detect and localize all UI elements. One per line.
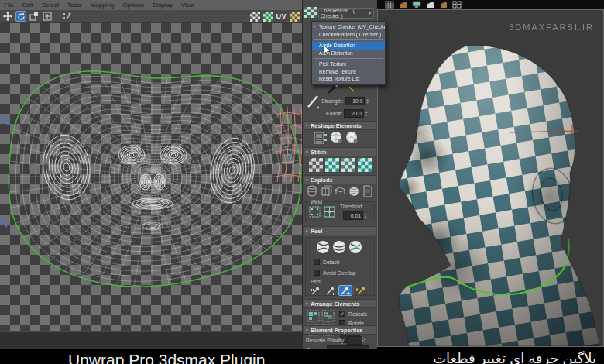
stitch-target-icon[interactable] [325,158,339,175]
peel-sphere-icon[interactable] [316,240,330,257]
stitch-all-icon[interactable] [358,158,372,175]
pin-clear-icon[interactable] [324,285,338,296]
threshold-label: Threshold: [340,204,363,209]
pack-icon[interactable] [307,310,320,325]
uv-canvas[interactable] [0,23,302,331]
checker-bw-icon[interactable] [249,11,260,22]
weld-all-icon[interactable] [324,206,335,221]
stitch-average-icon[interactable] [341,158,355,175]
reshape-list-icon[interactable] [314,132,328,147]
uv-editor-statusbar [0,331,302,349]
menu-display[interactable]: Display [153,2,173,9]
menu-item-texture-checker[interactable]: • Texture Checker (UV_Checker.png [312,23,385,31]
relax-sphere-icon[interactable] [330,131,343,147]
monitor-icon[interactable] [412,0,421,12]
push-hand-icon[interactable] [439,0,448,12]
rotate-icon[interactable] [15,11,26,22]
uv-label: UV [276,12,287,20]
explode-checker-ball-icon[interactable] [348,185,360,201]
weld-selected-icon[interactable] [309,206,321,221]
pin-add-icon[interactable] [338,285,352,296]
watermark-text: 3dmaxFarsi.ir [509,22,594,32]
checker-gold-icon[interactable] [289,11,300,22]
menu-separator [314,39,383,40]
menu-options[interactable]: Options [122,2,144,9]
falloff-spinner[interactable]: ▴▾ [365,111,367,117]
explode-cylinder-icon[interactable] [307,185,318,201]
strength-input[interactable]: 10.0 [345,97,365,105]
rollout-reshape-elements[interactable]: Reshape Elements [304,121,376,130]
grab-hand-icon[interactable] [399,0,407,12]
menu-file[interactable]: File [4,2,14,9]
uv-mesh-wireframe[interactable] [0,23,302,331]
snap-grid-icon[interactable] [385,0,394,12]
threshold-spinner[interactable]: ▴▾ [365,213,366,219]
checker-thumbnail-icon[interactable] [304,7,317,21]
uv-texture-toggle-group: UV [249,11,300,22]
pin-remove-icon[interactable] [309,285,323,296]
pin-show-icon[interactable] [355,285,369,296]
strength-field-row: Strength: 10.0 ▴▾ [321,97,369,105]
rollout-arrange-elements[interactable]: Arrange Elements [304,299,376,308]
maximize-viewport-icon[interactable] [452,0,462,12]
rescale-priority-input[interactable] [347,336,362,345]
rollout-stitch[interactable]: Stitch [304,147,376,156]
pencil-tool-icon[interactable] [306,93,321,113]
menu-item-remove-texture[interactable]: Remove Texture [312,68,385,76]
falloff-input[interactable]: 20.0 [344,109,364,118]
rescale-checkbox[interactable]: ✓ [339,311,345,317]
threshold-input[interactable]: 0.01 [343,211,363,220]
detach-label: Detach [323,259,340,265]
stitch-source-icon[interactable] [309,158,323,175]
rescale-priority-row: Rescale Priority: ▴▾ [306,336,365,345]
freeform-rect-icon[interactable] [42,11,53,22]
rescale-priority-spinner[interactable]: ▴▾ [364,338,365,344]
weld-groupbox: Weld Threshold: 0.01 ▴▾ [305,201,375,221]
pack-loose-icon[interactable] [321,310,335,325]
pins-label: Pins: [311,279,322,284]
strength-spinner[interactable]: ▴▾ [366,98,368,105]
rescale-checkbox-row[interactable]: ✓ Rescale [339,311,368,317]
peel-reset-sphere-icon[interactable] [332,240,346,257]
texture-selector-dropdown[interactable]: CheckerPatt.. ( Checker ) ▼ [318,8,374,19]
mouse-cursor-icon [323,44,331,59]
rollout-element-properties-title: Element Properties [311,327,362,334]
detach-checkbox[interactable] [314,259,320,265]
explode-box-icon[interactable] [321,185,332,201]
texture-dropdown-menu: • Texture Checker (UV_Checker.png Checke… [311,21,386,85]
explode-page-icon[interactable] [362,185,373,201]
explode-table-icon[interactable] [335,185,346,201]
move-icon[interactable] [2,11,13,22]
menu-tools[interactable]: Tools [67,2,82,9]
uv-editor-toolbar: UV [0,10,302,23]
element-select-icon[interactable] [61,11,72,22]
rollout-explode-title: Explode [311,177,333,184]
threshold-field-row: 0.01 ▴▾ [343,211,366,220]
menu-mapping[interactable]: Mapping [91,2,115,9]
rollout-explode[interactable]: Explode [304,175,376,184]
rollout-peel-title: Peel [311,228,322,235]
rollout-element-properties[interactable]: Element Properties [304,325,376,335]
rescale-label: Rescale [348,311,368,317]
menu-edit[interactable]: Edit [22,2,33,9]
smooth-sphere-icon[interactable] [345,131,359,147]
perspective-viewport[interactable]: 3dmaxFarsi.ir [377,9,604,347]
head-model-render[interactable] [378,10,603,346]
rollout-stitch-title: Stitch [311,149,327,156]
menu-item-pick-texture[interactable]: Pick Texture [312,60,385,68]
peel-icon-row [316,240,362,257]
caption-bar: Unwrap Pro 3dsmax Plugin پلاگین حرفه ای … [0,349,604,364]
avoid-overlap-checkbox-row[interactable]: Avoid Overlap [314,270,356,276]
avoid-overlap-checkbox[interactable] [314,270,320,276]
menu-view[interactable]: View [181,2,194,9]
menu-item-reset-texture-list[interactable]: Reset Texture List [312,75,385,83]
checker-green-icon[interactable] [263,11,273,22]
menu-item-checker-pattern[interactable]: CheckerPattern ( Checker ) [312,31,385,39]
detach-checkbox-row[interactable]: Detach [314,259,340,265]
rollout-peel[interactable]: Peel [304,226,376,235]
menu-select[interactable]: Select [42,2,59,9]
app-window: File Edit Select Tools Mapping Options D… [0,0,604,364]
scale-icon[interactable] [29,11,39,22]
peel-pelt-sphere-icon[interactable] [348,240,362,257]
pan-hand-icon[interactable] [426,0,434,12]
